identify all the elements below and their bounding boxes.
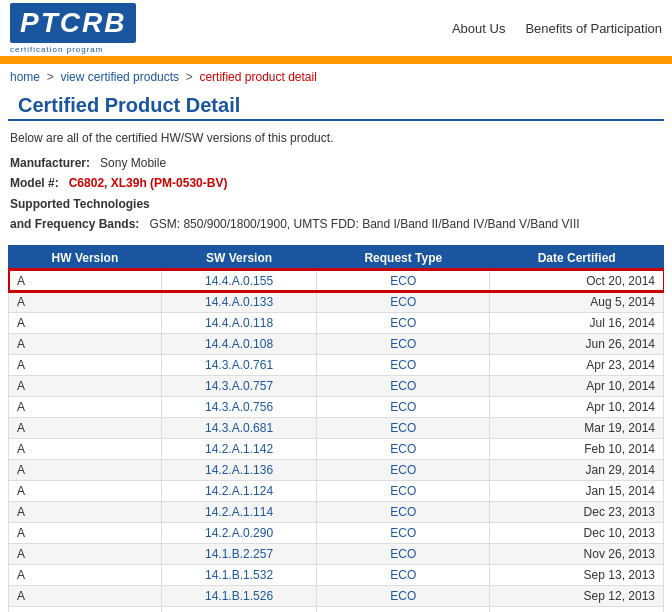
breadcrumb-home[interactable]: home [10, 70, 40, 84]
cell-hw: A [9, 501, 162, 522]
manufacturer-value: Sony Mobile [100, 156, 166, 170]
cell-date: Aug 5, 2014 [490, 291, 664, 312]
cell-hw: A [9, 396, 162, 417]
cell-date: Dec 23, 2013 [490, 501, 664, 522]
breadcrumb-view-certified[interactable]: view certified products [60, 70, 179, 84]
cell-sw: 14.2.A.1.114 [161, 501, 316, 522]
cell-date: Apr 10, 2014 [490, 396, 664, 417]
table-row[interactable]: A14.4.A.0.108ECOJun 26, 2014 [9, 333, 664, 354]
cell-sw: 14.2.A.1.124 [161, 480, 316, 501]
cell-date: Aug 20, 2013 [490, 606, 664, 612]
header: PTCRB certification program About Us Ben… [0, 0, 672, 60]
nav-benefits[interactable]: Benefits of Participation [525, 21, 662, 36]
nav-links: About Us Benefits of Participation [452, 21, 662, 36]
table-row[interactable]: A14.2.A.1.136ECOJan 29, 2014 [9, 459, 664, 480]
breadcrumb: home > view certified products > certifi… [0, 64, 672, 90]
table-row[interactable]: A14.3.A.0.757ECOApr 10, 2014 [9, 375, 664, 396]
cell-hw: A [9, 438, 162, 459]
cell-type: ECO [317, 312, 490, 333]
cell-type: ECO [317, 291, 490, 312]
cell-hw: A [9, 291, 162, 312]
cell-hw: A [9, 333, 162, 354]
table-header: HW Version SW Version Request Type Date … [9, 245, 664, 270]
cell-date: Jan 29, 2014 [490, 459, 664, 480]
table-row[interactable]: A14.1.B.1.532ECOSep 13, 2013 [9, 564, 664, 585]
product-info: Manufacturer: Sony Mobile Model #: C6802… [0, 149, 672, 239]
cell-date: Sep 12, 2013 [490, 585, 664, 606]
cell-hw: A [9, 480, 162, 501]
cell-sw: 14.2.A.1.136 [161, 459, 316, 480]
manufacturer-label: Manufacturer: [10, 156, 90, 170]
cell-type: ECO [317, 417, 490, 438]
cell-date: Nov 26, 2013 [490, 543, 664, 564]
cell-date: Dec 10, 2013 [490, 522, 664, 543]
tech-label: Supported Technologies [10, 197, 150, 211]
cell-hw: A [9, 585, 162, 606]
col-date-certified: Date Certified [490, 245, 664, 270]
cell-date: Sep 13, 2013 [490, 564, 664, 585]
certified-products-table: HW Version SW Version Request Type Date … [8, 245, 664, 612]
page-description: Below are all of the certified HW/SW ver… [0, 127, 672, 149]
bands-label: and Frequency Bands: [10, 217, 139, 231]
col-request-type: Request Type [317, 245, 490, 270]
cell-sw: 14.1.B.1.510 [161, 606, 316, 612]
cell-hw: A [9, 312, 162, 333]
cell-sw: 14.4.A.0.118 [161, 312, 316, 333]
cell-type: ECO [317, 564, 490, 585]
table-row[interactable]: A14.2.A.1.124ECOJan 15, 2014 [9, 480, 664, 501]
model-label: Model #: [10, 176, 59, 190]
cell-type: ECO [317, 501, 490, 522]
cell-type: ECO [317, 606, 490, 612]
table-row[interactable]: A14.1.B.2.257ECONov 26, 2013 [9, 543, 664, 564]
cell-type: ECO [317, 543, 490, 564]
cell-sw: 14.4.A.0.133 [161, 291, 316, 312]
cell-type: ECO [317, 459, 490, 480]
cell-sw: 14.3.A.0.756 [161, 396, 316, 417]
table-row[interactable]: A14.4.A.0.133ECOAug 5, 2014 [9, 291, 664, 312]
cell-sw: 14.3.A.0.757 [161, 375, 316, 396]
cell-date: Apr 10, 2014 [490, 375, 664, 396]
bands-value: GSM: 850/900/1800/1900, UMTS FDD: Band I… [149, 217, 579, 231]
table-row[interactable]: A14.3.A.0.756ECOApr 10, 2014 [9, 396, 664, 417]
col-sw-version: SW Version [161, 245, 316, 270]
cell-type: ECO [317, 480, 490, 501]
table-row[interactable]: A14.1.B.1.526ECOSep 12, 2013 [9, 585, 664, 606]
table-row[interactable]: A14.4.A.0.155ECOOct 20, 2014 [9, 270, 664, 291]
model-value: C6802, XL39h (PM-0530-BV) [69, 176, 228, 190]
col-hw-version: HW Version [9, 245, 162, 270]
cell-type: ECO [317, 375, 490, 396]
cell-type: ECO [317, 396, 490, 417]
logo: PTCRB [10, 3, 136, 43]
cell-date: Feb 10, 2014 [490, 438, 664, 459]
table-row[interactable]: A14.1.B.1.510ECOAug 20, 2013 [9, 606, 664, 612]
cell-date: Oct 20, 2014 [490, 270, 664, 291]
cell-sw: 14.4.A.0.108 [161, 333, 316, 354]
table-row[interactable]: A14.4.A.0.118ECOJul 16, 2014 [9, 312, 664, 333]
table-row[interactable]: A14.2.A.1.142ECOFeb 10, 2014 [9, 438, 664, 459]
breadcrumb-current: certified product detail [199, 70, 316, 84]
cell-date: Mar 19, 2014 [490, 417, 664, 438]
cell-hw: A [9, 270, 162, 291]
cell-type: ECO [317, 270, 490, 291]
table-row[interactable]: A14.3.A.0.681ECOMar 19, 2014 [9, 417, 664, 438]
cell-sw: 14.2.A.1.142 [161, 438, 316, 459]
cell-hw: A [9, 417, 162, 438]
cell-sw: 14.1.B.1.526 [161, 585, 316, 606]
cell-date: Jul 16, 2014 [490, 312, 664, 333]
page-title: Certified Product Detail [8, 90, 664, 121]
cell-date: Jun 26, 2014 [490, 333, 664, 354]
cell-hw: A [9, 459, 162, 480]
table-body: A14.4.A.0.155ECOOct 20, 2014A14.4.A.0.13… [9, 270, 664, 612]
cell-hw: A [9, 606, 162, 612]
cell-type: ECO [317, 333, 490, 354]
cell-sw: 14.3.A.0.761 [161, 354, 316, 375]
table-row[interactable]: A14.2.A.1.114ECODec 23, 2013 [9, 501, 664, 522]
cell-type: ECO [317, 354, 490, 375]
cell-hw: A [9, 354, 162, 375]
nav-about-us[interactable]: About Us [452, 21, 505, 36]
cell-type: ECO [317, 522, 490, 543]
table-row[interactable]: A14.3.A.0.761ECOApr 23, 2014 [9, 354, 664, 375]
table-row[interactable]: A14.2.A.0.290ECODec 10, 2013 [9, 522, 664, 543]
cell-date: Apr 23, 2014 [490, 354, 664, 375]
logo-area: PTCRB certification program [10, 3, 136, 54]
